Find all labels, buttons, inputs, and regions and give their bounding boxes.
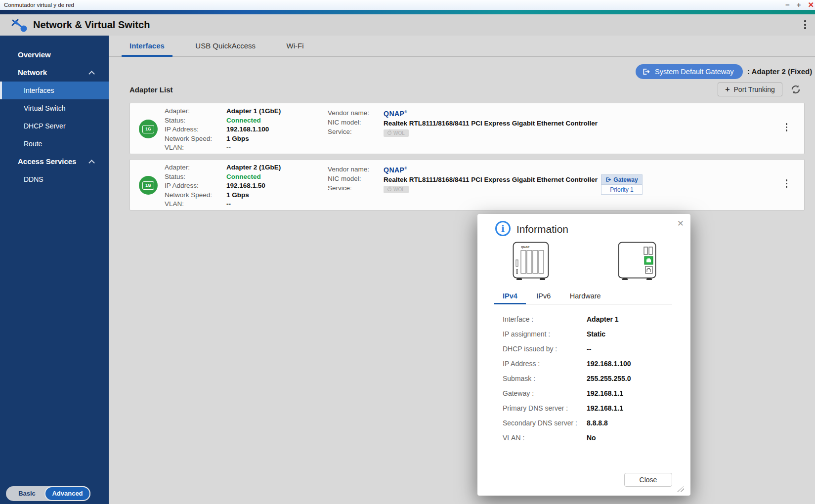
tab-interfaces[interactable]: Interfaces: [122, 36, 172, 56]
sidebar-item-label: Virtual Switch: [24, 104, 66, 112]
dialog-field-row: VLAN :No: [503, 430, 676, 445]
sidebar-nav: Overview Network Interfaces Virtual Swit…: [0, 46, 109, 188]
adapter-labels-column: Adapter: Status: IP Address: Network Spe…: [165, 163, 212, 209]
adapter-name: Adapter 1 (1GbE): [226, 107, 281, 116]
gateway-icon: [642, 68, 650, 75]
gateway-badges: Gateway Priority 1: [601, 174, 643, 195]
dialog-field-row: IP assignment :Static: [503, 327, 676, 341]
nic-model-value: Realtek RTL8111/8168/8411 PCI Express Gi…: [384, 175, 598, 184]
sidebar-section-network[interactable]: Network: [0, 64, 109, 82]
dialog-field-value: --: [587, 345, 591, 353]
adapter-row-kebab-icon[interactable]: [786, 123, 788, 131]
adapter-values-column: Adapter 1 (1GbE) Connected 192.168.1.100…: [226, 107, 281, 153]
qnap-vendor-logo: QNAP®: [384, 107, 598, 119]
tab-wifi[interactable]: Wi-Fi: [278, 36, 311, 56]
sidebar: Overview Network Interfaces Virtual Swit…: [0, 36, 109, 504]
dialog-field-value: 255.255.255.0: [587, 375, 631, 382]
adapter-list-title: Adapter List: [129, 85, 173, 94]
dialog-field-label: Primary DNS server :: [503, 401, 587, 416]
vendor-values-column: QNAP® Realtek RTL8111/8168/8411 PCI Expr…: [384, 107, 598, 137]
window-title: Conmutador virtual y de red: [4, 0, 74, 10]
dialog-tab-ipv4[interactable]: IPv4: [494, 288, 526, 304]
power-icon: [387, 187, 391, 191]
tab-bar: Interfaces USB QuickAccess Wi-Fi: [109, 36, 815, 57]
sidebar-section-access-services[interactable]: Access Services: [0, 153, 109, 170]
adapter-labels-column: Adapter: Status: IP Address: Network Spe…: [165, 107, 212, 153]
sidebar-item-label: Access Services: [18, 157, 76, 166]
window-close-icon[interactable]: ✕: [808, 0, 814, 10]
dialog-close-icon[interactable]: ✕: [677, 218, 684, 229]
ethernet-port-icon: 1G: [139, 176, 158, 195]
status-badge: Connected: [226, 172, 281, 182]
minimize-icon[interactable]: −: [785, 0, 790, 10]
sidebar-item-dhcp-server[interactable]: DHCP Server: [0, 117, 109, 135]
sidebar-item-label: Route: [24, 140, 42, 148]
dialog-field-label: Secondary DNS server :: [503, 416, 587, 430]
ip-address-value: 192.168.1.50: [226, 181, 281, 191]
basic-advanced-toggle: Basic Advanced: [6, 486, 90, 501]
adapter-row-kebab-icon[interactable]: [786, 179, 788, 188]
dialog-tab-bar: IPv4 IPv6 Hardware: [494, 288, 672, 304]
nic-model-value: Realtek RTL8111/8168/8411 PCI Express Gi…: [384, 119, 598, 128]
window-controls: − + ✕: [785, 0, 814, 10]
gateway-badge: Gateway: [601, 174, 643, 185]
dialog-field-value: 192.168.1.100: [587, 360, 631, 368]
dialog-fields: Interface :Adapter 1 IP assignment :Stat…: [503, 312, 676, 445]
svg-text:QNAP: QNAP: [521, 246, 529, 249]
app-header: Network & Virtual Switch: [0, 14, 815, 36]
system-default-gateway-label: System Default Gateway: [655, 68, 734, 76]
header-menu-kebab-icon[interactable]: [804, 20, 806, 29]
adapter-row-2: 1G Adapter: Status: IP Address: Network …: [129, 159, 805, 210]
vendor-values-column: QNAP® Realtek RTL8111/8168/8411 PCI Expr…: [384, 164, 598, 193]
dialog-field-row: DHCP issued by :--: [503, 341, 676, 356]
dialog-field-row: IP Address :192.168.1.100: [503, 356, 676, 371]
dialog-field-value: 8.8.8.8: [587, 419, 608, 427]
dialog-field-row: Interface :Adapter 1: [503, 312, 676, 327]
ethernet-speed-label: 1G: [142, 125, 154, 133]
brand-gradient-bar: [0, 10, 815, 14]
dialog-field-row: Secondary DNS server :8.8.8.8: [503, 416, 676, 430]
dialog-field-value: Static: [587, 330, 605, 338]
basic-mode-button[interactable]: Basic: [6, 486, 48, 501]
dialog-field-label: Submask :: [503, 371, 587, 386]
port-trunking-button[interactable]: + Port Trunking: [718, 83, 782, 96]
gateway-adapter-value: : Adapter 2 (Fixed): [747, 64, 812, 79]
sidebar-item-overview[interactable]: Overview: [0, 46, 109, 64]
advanced-mode-button[interactable]: Advanced: [44, 486, 90, 501]
nas-front-illustration: QNAP: [513, 242, 549, 281]
plus-icon: +: [725, 85, 729, 93]
page-title: Network & Virtual Switch: [33, 14, 150, 36]
wol-service-badge: WOL: [384, 186, 409, 193]
sidebar-item-ddns[interactable]: DDNS: [0, 170, 109, 188]
vlan-value: --: [226, 143, 281, 153]
dialog-field-label: IP assignment :: [503, 327, 587, 341]
resize-handle-icon[interactable]: [677, 486, 684, 492]
app-window: Conmutador virtual y de red − + ✕ Networ…: [0, 0, 815, 504]
network-app-logo-icon: [10, 18, 29, 33]
tab-usb-quickaccess[interactable]: USB QuickAccess: [187, 36, 263, 56]
sidebar-item-interfaces[interactable]: Interfaces: [0, 82, 109, 99]
gateway-icon: [605, 177, 611, 182]
sidebar-item-label: Interfaces: [24, 86, 54, 94]
maximize-icon[interactable]: +: [797, 0, 801, 10]
refresh-icon[interactable]: [790, 84, 802, 95]
power-icon: [387, 131, 391, 135]
close-button[interactable]: Close: [624, 473, 672, 487]
sidebar-item-virtual-switch[interactable]: Virtual Switch: [0, 99, 109, 117]
dialog-field-label: Gateway :: [503, 386, 587, 401]
info-icon: i: [495, 221, 511, 236]
system-default-gateway-button[interactable]: System Default Gateway: [636, 64, 743, 79]
sidebar-item-label: Overview: [18, 50, 51, 59]
qnap-vendor-logo: QNAP®: [384, 164, 598, 175]
dialog-field-value: No: [587, 434, 596, 442]
status-badge: Connected: [226, 116, 281, 126]
vendor-labels-column: Vendor name: NIC model: Service:: [328, 165, 369, 193]
sidebar-item-route[interactable]: Route: [0, 135, 109, 153]
adapter-row-1: 1G Adapter: Status: IP Address: Network …: [129, 103, 805, 154]
dialog-field-row: Primary DNS server :192.168.1.1: [503, 401, 676, 416]
dialog-tab-hardware[interactable]: Hardware: [561, 288, 609, 304]
dialog-tab-ipv6[interactable]: IPv6: [528, 288, 559, 304]
os-titlebar: Conmutador virtual y de red − + ✕: [0, 0, 815, 10]
dialog-field-label: IP Address :: [503, 356, 587, 371]
sidebar-item-label: Network: [18, 68, 47, 77]
